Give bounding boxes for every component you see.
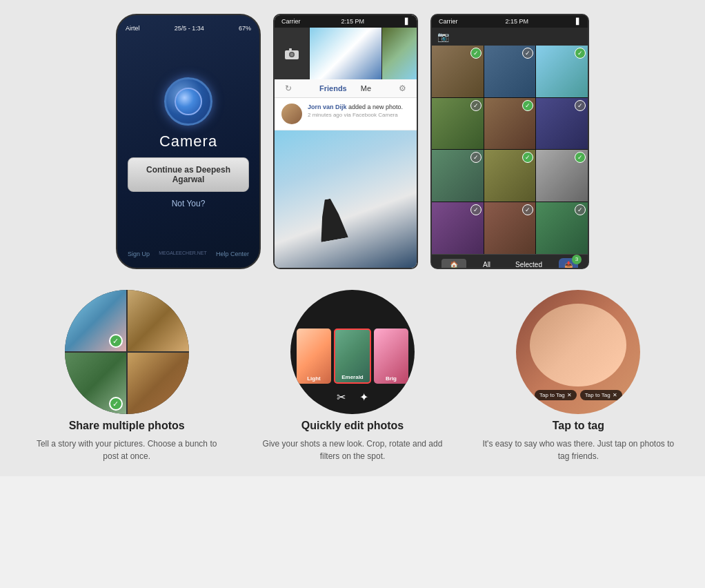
photo-thumb-9[interactable]: ✓ xyxy=(536,150,588,202)
thumb-ski xyxy=(310,28,381,79)
photo-thumb-10[interactable]: ✓ xyxy=(432,202,484,254)
camera-icon-3[interactable]: 📷 xyxy=(437,31,449,42)
status-bar-3: Carrier 2:15 PM ▋ xyxy=(432,15,588,28)
feed-main-photo xyxy=(275,130,417,268)
camera-lens xyxy=(175,88,202,115)
photo-thumb-3[interactable]: ✓ xyxy=(536,46,588,97)
poster-name: Jorn van Dijk xyxy=(308,104,347,110)
signup-link[interactable]: Sign Up xyxy=(128,251,150,257)
photo-thumb-2[interactable]: ✓ xyxy=(484,46,536,97)
select-check-2: ✓ xyxy=(109,397,123,411)
phone-facebook-feed: Carrier 2:15 PM ▋ ↻ xyxy=(273,14,418,269)
main-container: Airtel 25/5 - 1:34 67% Camera Continue a… xyxy=(0,0,705,476)
phone-camera-login: Airtel 25/5 - 1:34 67% Camera Continue a… xyxy=(116,14,261,269)
tap-to-tag-2[interactable]: Tap to Tag ✕ xyxy=(580,390,622,400)
share-badge: 3 xyxy=(572,255,582,264)
settings-icon[interactable]: ⚙ xyxy=(399,84,406,93)
check-5: ✓ xyxy=(522,100,533,111)
phone-footer: Sign Up MEGALEECHER.NET Help Center xyxy=(117,251,259,257)
check-9: ✓ xyxy=(575,152,586,163)
feature-title-3: Tap to tag xyxy=(553,420,604,432)
all-tab[interactable]: All xyxy=(475,259,499,269)
phone3-header: 📷 xyxy=(432,28,588,46)
tab-me[interactable]: Me xyxy=(361,84,371,92)
snowboarder-figure xyxy=(314,197,348,242)
photo-thumb-12[interactable]: ✓ xyxy=(536,202,588,254)
feature-circle-share: ✓ ✓ ✓ xyxy=(65,290,189,414)
login-content: Camera Continue as Deepesh Agarwal Not Y… xyxy=(117,35,259,251)
tap-tag-label-2: Tap to Tag xyxy=(585,392,610,398)
feed-tabs: Friends Me xyxy=(319,84,371,92)
edit-tools: ✂ ✦ xyxy=(337,391,368,404)
magic-icon[interactable]: ✦ xyxy=(359,391,368,404)
feature-desc-2: Give your shots a new look. Crop, rotate… xyxy=(256,438,449,462)
feature-circle-tag: Tap to Tag ✕ Tap to Tag ✕ xyxy=(516,290,640,414)
check-3: ✓ xyxy=(575,48,586,59)
continue-button[interactable]: Continue as Deepesh Agarwal xyxy=(128,157,249,192)
crop-icon[interactable]: ✂ xyxy=(337,391,346,404)
thumb-mountain xyxy=(382,28,417,79)
feature-desc-1: Tell a story with your pictures. Choose … xyxy=(30,438,224,462)
watermark-1: MEGALEECHER.NET xyxy=(159,251,207,257)
tap-to-tag-1[interactable]: Tap to Tag ✕ xyxy=(535,390,577,400)
feed-post-item: Jorn van Dijk added a new photo. 2 minut… xyxy=(275,98,417,130)
not-you-link[interactable]: Not You? xyxy=(172,199,206,208)
tag-photo-bg xyxy=(530,304,626,386)
close-tag-1[interactable]: ✕ xyxy=(567,392,572,398)
filter-emerald[interactable]: Emerald xyxy=(334,329,371,384)
post-text: Jorn van Dijk added a new photo. xyxy=(308,104,403,112)
refresh-icon[interactable]: ↻ xyxy=(285,84,292,93)
feature-desc-3: It's easy to say who was there. Just tap… xyxy=(481,438,675,462)
filter-strip: Light Emerald Brig xyxy=(297,329,408,384)
time-3: 2:15 PM xyxy=(505,18,528,25)
fc1-nature: ✓ xyxy=(65,353,126,414)
camera-logo xyxy=(164,77,212,126)
filter-bright-label: Brig xyxy=(374,375,408,382)
photo-thumb-1[interactable]: ✓ xyxy=(432,46,484,97)
avatar xyxy=(281,104,302,124)
selected-tab[interactable]: Selected xyxy=(507,259,550,269)
check-10: ✓ xyxy=(470,204,481,215)
select-check-3: ✓ xyxy=(172,397,186,411)
photo-thumb-7[interactable]: ✓ xyxy=(432,150,484,202)
status-bar-1: Airtel 25/5 - 1:34 67% xyxy=(117,22,259,35)
fc1-beach: ✓ xyxy=(65,290,126,351)
tag-buttons: Tap to Tag ✕ Tap to Tag ✕ xyxy=(523,390,633,400)
app-title: Camera xyxy=(159,133,217,150)
check-2: ✓ xyxy=(522,48,533,59)
camera-button[interactable] xyxy=(275,28,309,79)
check-12: ✓ xyxy=(575,204,586,215)
filter-light[interactable]: Light xyxy=(297,329,331,384)
check-4: ✓ xyxy=(470,100,481,111)
carrier-2: Carrier xyxy=(281,18,301,25)
share-button[interactable]: 📤 3 xyxy=(559,258,578,269)
filter-bright[interactable]: Brig xyxy=(374,329,408,384)
check-8: ✓ xyxy=(522,152,533,163)
fc1-portrait xyxy=(128,290,189,351)
home-button[interactable]: 🏠 xyxy=(441,259,466,269)
phone-photo-selection: Carrier 2:15 PM ▋ 📷 ✓ ✓ ✓ ✓ xyxy=(430,14,589,269)
photo-thumb-11[interactable]: ✓ xyxy=(484,202,536,254)
help-link[interactable]: Help Center xyxy=(216,251,249,257)
post-time: 2 minutes ago via Facebook Camera xyxy=(308,112,403,118)
close-tag-2[interactable]: ✕ xyxy=(613,392,617,398)
top-photo-grid xyxy=(275,28,417,79)
post-content: Jorn van Dijk added a new photo. 2 minut… xyxy=(308,104,403,124)
check-11: ✓ xyxy=(522,204,533,215)
fc1-outdoor: ✓ xyxy=(128,353,189,414)
photo-thumb-4[interactable]: ✓ xyxy=(432,98,484,150)
top-row: Airtel 25/5 - 1:34 67% Camera Continue a… xyxy=(0,0,705,276)
filter-emerald-label: Emerald xyxy=(335,374,370,380)
post-action: added a new photo. xyxy=(348,104,403,110)
check-7: ✓ xyxy=(470,152,481,163)
phone3-footer: 🏠 All Selected 📤 3 xyxy=(432,254,588,269)
photo-thumb-8[interactable]: ✓ xyxy=(484,150,536,202)
tab-friends[interactable]: Friends xyxy=(319,84,347,92)
time-2: 2:15 PM xyxy=(341,18,364,25)
photo-thumb-5[interactable]: ✓ xyxy=(484,98,536,150)
bottom-row: ✓ ✓ ✓ Share multiple photos Tell a story… xyxy=(0,276,705,476)
battery-label: 67% xyxy=(239,25,251,32)
photo-thumb-6[interactable]: ✓ xyxy=(536,98,588,150)
feature-edit: Light Emerald Brig ✂ ✦ Quickly edit phot… xyxy=(256,290,449,462)
time-label: 25/5 - 1:34 xyxy=(175,25,204,32)
